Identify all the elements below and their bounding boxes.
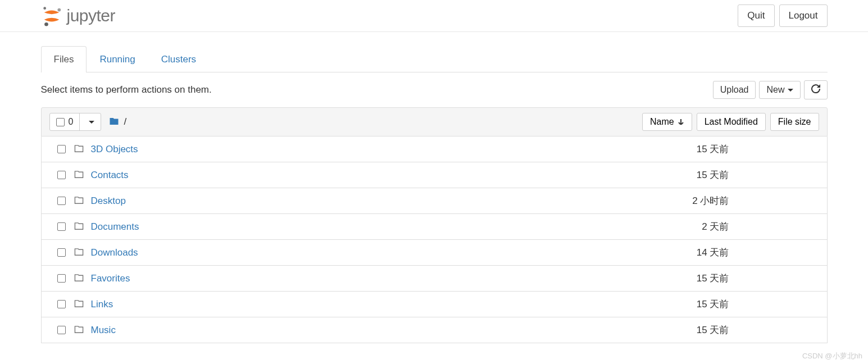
file-name-link[interactable]: Contacts xyxy=(91,170,642,181)
file-name-link[interactable]: Favorites xyxy=(91,273,642,284)
logout-button[interactable]: Logout xyxy=(779,4,828,27)
caret-down-icon xyxy=(788,89,793,92)
tab-files[interactable]: Files xyxy=(41,46,87,72)
sort-size-button[interactable]: File size xyxy=(770,113,819,131)
row-checkbox[interactable] xyxy=(57,248,66,257)
upload-button[interactable]: Upload xyxy=(713,81,756,99)
tab-clusters[interactable]: Clusters xyxy=(148,46,209,72)
caret-down-icon xyxy=(89,121,94,124)
file-list: 3D Objects15 天前Contacts15 天前Desktop2 小时前… xyxy=(41,136,828,343)
name-column-label: Name xyxy=(650,117,674,127)
refresh-icon xyxy=(811,84,820,95)
file-modified: 15 天前 xyxy=(642,143,755,156)
row-checkbox[interactable] xyxy=(57,326,66,334)
file-list-header: 0 / Name Last Modified File size xyxy=(41,107,828,136)
list-item: Links15 天前 xyxy=(42,292,827,317)
file-name-link[interactable]: Desktop xyxy=(91,195,642,207)
jupyter-logo[interactable]: jupyter xyxy=(41,5,116,26)
svg-point-0 xyxy=(43,7,46,10)
folder-icon xyxy=(74,170,91,180)
row-checkbox[interactable] xyxy=(57,222,66,231)
arrow-down-icon xyxy=(678,117,684,126)
new-label: New xyxy=(766,85,784,95)
select-all-checkbox[interactable] xyxy=(56,118,65,126)
main-tabs: Files Running Clusters xyxy=(41,46,828,72)
file-modified: 15 天前 xyxy=(642,169,755,181)
row-checkbox[interactable] xyxy=(57,197,66,205)
breadcrumb: / xyxy=(109,116,126,128)
file-modified: 15 天前 xyxy=(642,324,755,336)
file-name-link[interactable]: 3D Objects xyxy=(91,144,642,155)
folder-icon xyxy=(74,273,91,284)
list-item: Downloads14 天前 xyxy=(42,240,827,266)
list-item: Favorites15 天前 xyxy=(42,266,827,292)
jupyter-logo-text: jupyter xyxy=(67,6,116,25)
list-item: Desktop2 小时前 xyxy=(42,188,827,214)
file-modified: 2 天前 xyxy=(642,220,755,233)
row-checkbox[interactable] xyxy=(57,274,66,283)
folder-icon xyxy=(74,247,91,258)
sort-name-button[interactable]: Name xyxy=(642,113,692,131)
new-dropdown[interactable]: New xyxy=(759,81,800,99)
row-checkbox[interactable] xyxy=(57,145,66,153)
breadcrumb-separator: / xyxy=(124,116,126,128)
folder-icon[interactable] xyxy=(109,116,119,128)
quit-button[interactable]: Quit xyxy=(738,4,774,27)
file-name-link[interactable]: Music xyxy=(91,325,642,336)
file-name-link[interactable]: Downloads xyxy=(91,247,642,258)
folder-icon xyxy=(74,221,91,232)
action-hint: Select items to perform actions on them. xyxy=(41,84,212,95)
file-modified: 14 天前 xyxy=(642,246,755,259)
list-item: Music15 天前 xyxy=(42,317,827,343)
svg-point-1 xyxy=(57,8,61,12)
folder-icon xyxy=(74,195,91,206)
file-modified: 15 天前 xyxy=(642,272,755,285)
file-name-link[interactable]: Links xyxy=(91,299,642,310)
list-item: 3D Objects15 天前 xyxy=(42,136,827,162)
list-item: Contacts15 天前 xyxy=(42,162,827,188)
refresh-button[interactable] xyxy=(804,80,828,99)
sort-modified-button[interactable]: Last Modified xyxy=(697,113,766,131)
selected-count: 0 xyxy=(69,117,74,127)
list-item: Documents2 天前 xyxy=(42,214,827,240)
folder-icon xyxy=(74,299,91,310)
folder-icon xyxy=(74,325,91,335)
folder-icon xyxy=(74,144,91,154)
file-name-link[interactable]: Documents xyxy=(91,221,642,233)
row-checkbox[interactable] xyxy=(57,171,66,179)
svg-point-2 xyxy=(44,22,48,26)
jupyter-logo-icon xyxy=(41,5,62,26)
select-all-group[interactable]: 0 xyxy=(49,113,102,131)
file-modified: 2 小时前 xyxy=(642,194,755,207)
file-modified: 15 天前 xyxy=(642,298,755,311)
tab-running[interactable]: Running xyxy=(87,46,148,72)
row-checkbox[interactable] xyxy=(57,300,66,308)
select-dropdown[interactable] xyxy=(80,117,101,127)
